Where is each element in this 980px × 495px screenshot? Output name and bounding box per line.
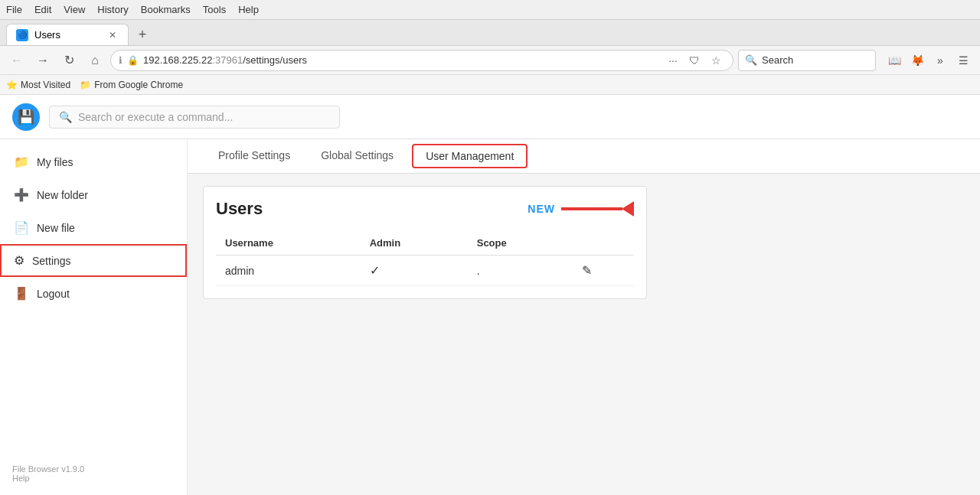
table-header: Username Admin Scope [216, 231, 634, 256]
extensions-icon[interactable]: » [929, 50, 951, 71]
new-user-button[interactable]: NEW [528, 203, 555, 215]
new-file-icon: 📄 [14, 220, 29, 235]
app-search-icon: 🔍 [59, 111, 72, 123]
tabs-bar: Profile Settings Global Settings User Ma… [188, 139, 980, 174]
sidebar-item-settings[interactable]: ⚙ Settings [0, 244, 187, 277]
search-icon: 🔍 [745, 54, 757, 66]
col-scope: Scope [468, 231, 573, 256]
help-link[interactable]: Help [12, 474, 84, 483]
star-icon: ⭐ [6, 80, 18, 90]
more-options-button[interactable]: ··· [664, 51, 682, 70]
sidebar-item-logout[interactable]: 🚪 Logout [0, 277, 187, 310]
arrow-line [561, 207, 622, 210]
address-text: 192.168.225.22:37961/settings/users [143, 54, 659, 66]
cell-username: admin [216, 256, 361, 286]
menu-file[interactable]: File [6, 4, 22, 15]
bookmarks-bar: ⭐ Most Visited 📁 From Google Chrome [0, 75, 980, 95]
new-tab-button[interactable]: + [132, 24, 153, 45]
menu-tools[interactable]: Tools [203, 4, 226, 15]
app-search-placeholder: Search or execute a command... [78, 111, 233, 123]
bookmark-most-visited-label: Most Visited [21, 80, 70, 90]
tab-user-management[interactable]: User Management [412, 144, 528, 168]
sidebar-item-my-files[interactable]: 📁 My files [0, 145, 187, 178]
edit-user-icon[interactable]: ✎ [582, 264, 592, 277]
admin-check-icon: ✓ [370, 264, 380, 277]
menu-history[interactable]: History [97, 4, 128, 15]
address-bar-actions: ··· 🛡 ☆ [664, 51, 725, 70]
bookmark-most-visited[interactable]: ⭐ Most Visited [6, 80, 70, 90]
sidebar-label-new-file: New file [37, 222, 75, 234]
search-placeholder-text: Search [762, 54, 793, 66]
sidebar: 📁 My files ➕ New folder 📄 New file ⚙ Set… [0, 139, 188, 495]
cell-admin: ✓ [361, 256, 468, 286]
main-content: Profile Settings Global Settings User Ma… [188, 139, 980, 495]
tab-global-settings[interactable]: Global Settings [305, 140, 409, 172]
menu-view[interactable]: View [64, 4, 85, 15]
browser-menubar: File Edit View History Bookmarks Tools H… [0, 0, 980, 20]
browser-toolbar: ← → ↻ ⌂ ℹ 🔒 192.168.225.22:37961/setting… [0, 46, 980, 75]
reading-list-icon[interactable]: 📖 [884, 50, 905, 71]
firefox-sync-icon[interactable]: 🦊 [906, 50, 928, 71]
browser-search-bar[interactable]: 🔍 Search [738, 50, 876, 71]
menu-bookmarks[interactable]: Bookmarks [141, 4, 191, 15]
logout-icon: 🚪 [14, 286, 29, 301]
users-panel: Users NEW Username Admin [203, 186, 647, 299]
cell-scope: . [468, 256, 573, 286]
sidebar-label-logout: Logout [37, 288, 70, 300]
sidebar-item-new-folder[interactable]: ➕ New folder [0, 178, 187, 211]
back-button[interactable]: ← [6, 50, 28, 71]
red-arrow-indicator [561, 201, 634, 217]
menu-edit[interactable]: Edit [34, 4, 51, 15]
table-header-row: Username Admin Scope [216, 231, 634, 256]
table-row: admin ✓ . ✎ [216, 256, 634, 286]
hamburger-menu[interactable]: ☰ [952, 50, 974, 71]
version-info: File Browser v1.9.0 Help [12, 464, 84, 483]
info-icon: ℹ [119, 55, 122, 66]
lock-icon: 🔒 [127, 55, 139, 66]
address-port: :37961 [212, 54, 243, 66]
settings-icon: ⚙ [14, 253, 24, 268]
app-search-bar[interactable]: 🔍 Search or execute a command... [49, 106, 340, 129]
new-button-area: NEW [528, 201, 634, 217]
folder-icon: 📁 [80, 80, 91, 90]
address-bar[interactable]: ℹ 🔒 192.168.225.22:37961/settings/users … [110, 50, 733, 71]
arrow-head [622, 201, 634, 217]
col-admin: Admin [361, 231, 468, 256]
sidebar-item-new-file[interactable]: 📄 New file [0, 211, 187, 244]
sidebar-label-settings: Settings [32, 255, 71, 267]
folder-icon: 📁 [14, 155, 29, 169]
reload-button[interactable]: ↻ [58, 50, 80, 71]
app-body: 📁 My files ➕ New folder 📄 New file ⚙ Set… [0, 139, 980, 495]
cell-edit[interactable]: ✎ [573, 256, 634, 286]
col-actions [573, 231, 634, 256]
app-header: 💾 🔍 Search or execute a command... [0, 95, 980, 139]
app-logo: 💾 [12, 103, 40, 131]
browser-tabbar: 🔵 Users ✕ + [0, 20, 980, 46]
tab-profile-settings[interactable]: Profile Settings [203, 140, 305, 172]
bookmark-from-chrome[interactable]: 📁 From Google Chrome [80, 80, 183, 90]
bookmark-from-chrome-label: From Google Chrome [94, 80, 183, 90]
version-text: File Browser v1.9.0 [12, 464, 84, 474]
tab-title: Users [34, 29, 60, 41]
browser-tab-users[interactable]: 🔵 Users ✕ [6, 24, 129, 45]
tab-close-button[interactable]: ✕ [106, 29, 119, 41]
toolbar-icons: 📖 🦊 » ☰ [884, 50, 974, 71]
shield-button[interactable]: 🛡 [685, 51, 704, 70]
menu-help[interactable]: Help [238, 4, 259, 15]
home-button[interactable]: ⌂ [84, 50, 106, 71]
tab-favicon: 🔵 [16, 29, 28, 41]
users-table: Username Admin Scope admin ✓ . [216, 231, 634, 286]
new-folder-icon: ➕ [14, 187, 29, 202]
forward-button[interactable]: → [32, 50, 54, 71]
users-panel-header: Users NEW [216, 199, 634, 219]
app-container: 💾 🔍 Search or execute a command... 📁 My … [0, 95, 980, 495]
app-logo-icon: 💾 [18, 109, 34, 125]
col-username: Username [216, 231, 361, 256]
sidebar-label-new-folder: New folder [37, 189, 88, 201]
bookmark-star-button[interactable]: ☆ [707, 51, 725, 70]
sidebar-label-my-files: My files [37, 156, 73, 168]
table-body: admin ✓ . ✎ [216, 256, 634, 286]
users-title: Users [216, 199, 263, 219]
